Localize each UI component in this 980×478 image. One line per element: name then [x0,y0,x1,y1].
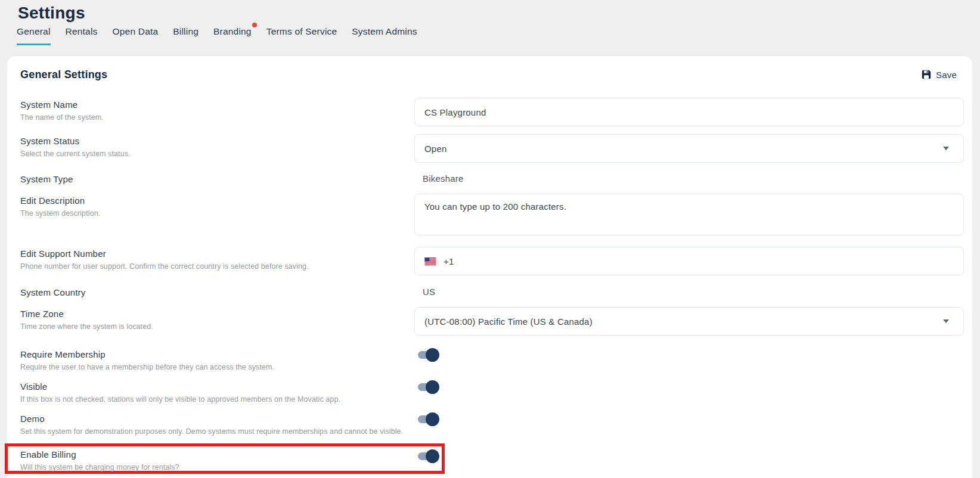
tab-system-admins[interactable]: System Admins [352,26,417,44]
row-enable-billing-highlighted: Enable Billing Will this system be charg… [5,443,445,474]
support-number-input[interactable]: +1 [414,247,964,275]
chevron-down-icon [943,147,949,150]
system-country-label: System Country [20,287,414,297]
visible-desc: If this box is not checked, stations wil… [20,395,414,403]
row-system-status: System Status Select the current system … [20,134,964,163]
description-textarea[interactable]: You can type up to 200 characters. [414,194,964,235]
row-time-zone: Time Zone Time zone where the system is … [20,307,964,336]
system-status-select[interactable]: Open [414,134,964,163]
enable-billing-toggle[interactable] [418,452,437,460]
save-icon [922,70,931,79]
row-system-country: System Country US [20,285,964,299]
notification-dot [252,23,257,27]
row-require-membership: Require Membership Require the user to h… [20,347,964,374]
require-membership-label: Require Membership [20,349,414,359]
edit-support-number-label: Edit Support Number [20,249,414,259]
toggle-knob [426,412,439,426]
visible-label: Visible [20,381,414,392]
row-demo: Demo Set this system for demonstration p… [20,412,964,438]
row-edit-support-number: Edit Support Number Phone number for use… [20,247,964,275]
system-type-label: System Type [20,174,414,184]
require-membership-desc: Require the user to have a membership be… [20,363,414,371]
page-title: Settings [18,4,85,23]
system-name-desc: The name of the system. [20,113,414,122]
general-settings-card: General Settings Save System Name The na… [7,56,972,478]
us-flag-icon [424,257,436,265]
edit-support-number-desc: Phone number for user support. Confirm t… [20,262,414,271]
system-status-value: Open [424,144,447,154]
visible-toggle[interactable] [418,383,437,391]
tab-branding[interactable]: Branding [213,26,252,44]
row-system-name: System Name The name of the system. CS P… [20,98,964,126]
demo-label: Demo [20,414,414,424]
time-zone-value: (UTC-08:00) Pacific Time (US & Canada) [424,316,593,327]
system-name-label: System Name [20,100,414,110]
dial-code: +1 [444,256,454,266]
card-heading: General Settings [20,69,107,81]
chevron-down-icon [943,319,949,323]
demo-desc: Set this system for demonstration purpos… [20,427,414,436]
time-zone-desc: Time zone where the system is located. [20,322,414,331]
require-membership-toggle[interactable] [418,351,437,359]
settings-tab-bar: General Rentals Open Data Billing Brandi… [17,26,417,45]
toggle-knob [426,380,439,394]
tab-general[interactable]: General [17,26,51,45]
enable-billing-desc: Will this system be charging money for r… [20,463,414,471]
enable-billing-label: Enable Billing [20,449,414,460]
demo-toggle[interactable] [418,415,437,423]
tab-terms-of-service[interactable]: Terms of Service [266,26,337,44]
save-label: Save [936,70,957,80]
time-zone-label: Time Zone [20,309,414,319]
system-status-label: System Status [20,136,414,146]
system-status-desc: Select the current system status. [20,150,414,158]
toggle-knob [426,348,439,362]
edit-description-desc: The system description. [20,209,414,218]
row-visible: Visible If this box is not checked, stat… [20,380,964,406]
time-zone-select[interactable]: (UTC-08:00) Pacific Time (US & Canada) [414,307,964,336]
system-name-input[interactable]: CS Playground [414,98,964,126]
toggle-knob [426,449,439,463]
row-system-type: System Type Bikeshare [20,172,964,185]
save-button[interactable]: Save [922,70,964,80]
tab-open-data[interactable]: Open Data [113,26,159,44]
edit-description-label: Edit Description [20,195,414,206]
tab-rentals[interactable]: Rentals [66,26,98,44]
system-country-value: US [414,285,964,297]
system-type-value: Bikeshare [414,172,964,184]
row-edit-description: Edit Description The system description.… [20,194,964,235]
tab-billing[interactable]: Billing [173,26,199,44]
